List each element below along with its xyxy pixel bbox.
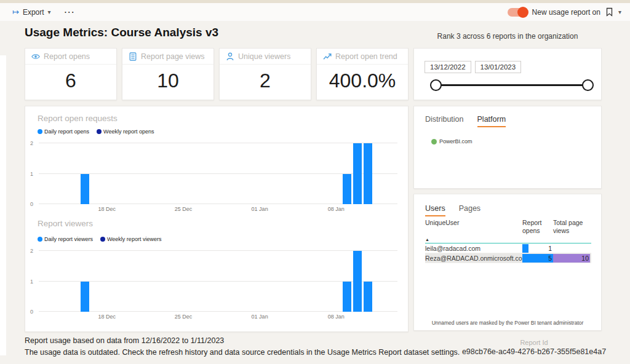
page-views-value: 10 <box>581 255 589 262</box>
platform-legend: PowerBI.com <box>431 138 472 144</box>
table-row[interactable]: Reza@RADACAD.onmicrosoft.com 5 10 <box>425 253 591 263</box>
report-opens-value: 1 <box>548 245 552 252</box>
table-row[interactable]: leila@radacad.com 1 <box>425 243 591 253</box>
report-id-block: Report Id e98cb76e-ac49-4276-b267-355f5e… <box>460 339 608 356</box>
report-id-value: e98cb76e-ac49-4276-b267-355f5e81e4a7 <box>460 347 608 356</box>
chart-bar-09-jan[interactable] <box>343 282 351 312</box>
date-range-card: 13/12/2022 13/01/2023 <box>413 48 602 100</box>
kpi-card-report-page-views: Report page views 10 <box>122 48 214 100</box>
y-axis-tick: 0 <box>30 201 33 207</box>
legend-item: Weekly report viewers <box>100 236 161 242</box>
person-icon <box>226 52 234 61</box>
sort-ascending-icon[interactable]: ▲ <box>425 237 591 242</box>
date-range-inputs: 13/12/2022 13/01/2023 <box>425 61 521 73</box>
rank-text: Rank 3 across 6 reports in the organizat… <box>406 32 609 41</box>
kpi-card-report-open-trend: Report open trend 400.0% <box>316 48 409 100</box>
legend-label: Weekly report opens <box>103 129 154 135</box>
report-opens-databar <box>522 244 528 253</box>
tab-distribution[interactable]: Distribution <box>425 115 464 127</box>
tab-users[interactable]: Users <box>425 204 445 216</box>
chart-legend: Daily report opens Weekly report opens <box>38 129 154 135</box>
x-axis-tick: 08 Jan <box>324 206 348 212</box>
y-axis-tick: 1 <box>30 171 33 177</box>
bookmark-chevron-icon[interactable]: ▾ <box>618 9 621 15</box>
chart-plot-area: 012 <box>39 143 397 204</box>
report-id-label: Report Id <box>460 339 608 346</box>
left-rail <box>0 55 6 355</box>
new-usage-report-toggle[interactable] <box>508 8 527 17</box>
usage-date-range-text: Report usage based on data from 12/16/20… <box>25 336 224 345</box>
x-axis-tick: 01 Jan <box>247 314 272 320</box>
kpi-card-unique-viewers: Unique viewers 2 <box>219 48 311 100</box>
toggle-label: New usage report on <box>532 8 600 17</box>
chart-title-report-open-requests: Report open requests <box>38 114 118 123</box>
tab-pages[interactable]: Pages <box>459 204 480 216</box>
page-icon <box>129 52 137 61</box>
chart-bar-10-jan[interactable] <box>353 251 362 312</box>
report-opens-cell: 5 <box>522 254 553 263</box>
legend-dot <box>97 129 102 134</box>
bookmark-icon[interactable] <box>605 7 613 17</box>
platform-bar[interactable]: 100% <box>433 162 586 170</box>
date-slider-track[interactable] <box>436 84 588 86</box>
total-page-views-cell <box>553 244 590 253</box>
platform-distribution-card: Distribution Platform PowerBI.com 100% <box>413 106 602 189</box>
chart-bar-16-dec[interactable] <box>81 282 89 312</box>
column-header-uniqueuser[interactable]: UniqueUser <box>425 219 522 235</box>
users-card: Users Pages UniqueUser Report opens Tota… <box>413 194 602 331</box>
report-opens-cell: 1 <box>522 244 553 253</box>
users-tabs: Users Pages <box>425 204 480 216</box>
usage-metrics-report: ↦ Export ▾ ··· New usage report on ▾ Usa… <box>0 0 630 364</box>
outdated-data-warning: The usage data is outdated. Check the re… <box>25 348 460 357</box>
date-slider-start-handle[interactable] <box>430 79 442 91</box>
legend-label: Daily report opens <box>44 129 89 135</box>
kpi-label: Report opens <box>44 52 90 61</box>
chart-bar-10-jan[interactable] <box>353 143 362 204</box>
column-header-report-opens[interactable]: Report opens <box>522 219 553 235</box>
export-icon: ↦ <box>12 7 19 17</box>
kpi-card-report-opens: Report opens 6 <box>25 48 117 100</box>
tab-platform[interactable]: Platform <box>477 115 506 127</box>
kpi-header: Unique viewers <box>220 49 311 65</box>
y-axis-tick: 2 <box>30 248 33 254</box>
kpi-header: Report opens <box>25 49 116 65</box>
date-slider-end-handle[interactable] <box>582 79 594 91</box>
kpi-label: Report open trend <box>335 52 397 61</box>
chart-legend: Daily report viewers Weekly report viewe… <box>38 236 161 242</box>
legend-dot <box>431 139 437 144</box>
charts-card: Report open requests Daily report opens … <box>25 106 409 332</box>
eye-icon <box>31 52 40 61</box>
export-button[interactable]: ↦ Export ▾ <box>12 7 51 17</box>
user-cell: leila@radacad.com <box>425 245 522 252</box>
kpi-value: 6 <box>25 69 116 92</box>
column-header-total-page-views[interactable]: Total page views <box>553 219 590 235</box>
legend-item: Daily report opens <box>38 129 89 135</box>
toggle-knob <box>517 7 528 18</box>
toolbar: ↦ Export ▾ ··· New usage report on ▾ <box>0 3 630 21</box>
chevron-down-icon: ▾ <box>48 9 51 15</box>
legend-label: Weekly report viewers <box>107 236 161 242</box>
start-date-input[interactable]: 13/12/2022 <box>425 61 471 73</box>
kpi-value: 2 <box>220 69 311 92</box>
user-cell: Reza@RADACAD.onmicrosoft.com <box>425 255 522 262</box>
trend-icon <box>323 52 332 61</box>
chart-bar-09-jan[interactable] <box>343 174 351 205</box>
chart-title-report-viewers: Report viewers <box>38 219 93 228</box>
distribution-tabs: Distribution Platform <box>425 115 506 127</box>
x-axis-tick: 01 Jan <box>247 206 272 212</box>
chart-bar-11-jan[interactable] <box>364 282 372 312</box>
legend-label: Daily report viewers <box>44 236 93 242</box>
legend-item: Daily report viewers <box>38 236 93 242</box>
total-page-views-cell: 10 <box>553 254 590 263</box>
x-axis-tick: 08 Jan <box>324 314 348 320</box>
end-date-input[interactable]: 13/01/2023 <box>475 61 522 73</box>
chart-bar-11-jan[interactable] <box>364 143 372 204</box>
chart-bar-16-dec[interactable] <box>81 174 89 205</box>
y-axis-tick: 2 <box>30 140 33 146</box>
x-axis-tick: 25 Dec <box>171 314 196 320</box>
more-options-button[interactable]: ··· <box>65 8 76 17</box>
kpi-label: Report page views <box>141 52 205 61</box>
users-table: UniqueUser Report opens Total page views… <box>425 219 591 263</box>
toolbar-right: New usage report on ▾ <box>508 7 621 17</box>
export-label: Export <box>23 8 44 17</box>
